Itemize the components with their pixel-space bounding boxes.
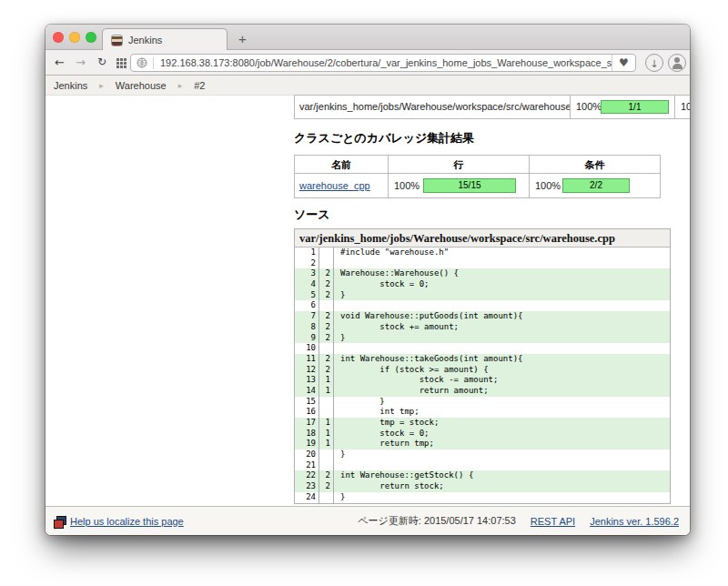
breadcrumb-separator-icon: ▸: [99, 81, 104, 90]
forward-button[interactable]: →: [76, 50, 86, 75]
source-line-number: 6: [295, 300, 319, 311]
source-line-row: 2: [295, 258, 670, 269]
class-table-header: 名前 行 条件: [295, 156, 660, 174]
downloads-button[interactable]: ↓: [645, 54, 663, 72]
address-bar[interactable]: 192.168.38.173:8080/job/Warehouse/2/cobe…: [130, 54, 636, 72]
source-line-hits: [319, 300, 334, 311]
header-name: 名前: [295, 156, 388, 173]
source-line-code: stock += amount;: [334, 322, 459, 333]
source-line-hits: [319, 407, 334, 418]
source-line-number: 12: [295, 365, 319, 376]
file-line-coverage-cell: 100% 1/1: [570, 96, 674, 118]
source-line-row: 21: [295, 460, 670, 471]
breadcrumb: Jenkins ▸ Warehouse ▸ #2: [46, 76, 690, 96]
url-divider: [153, 57, 154, 69]
source-line-number: 24: [295, 492, 319, 503]
source-line-row: 14 1 return amount;: [295, 386, 670, 397]
source-line-hits: 1: [319, 375, 334, 386]
source-line-number: 9: [295, 333, 319, 344]
source-line-hits: 2: [319, 279, 334, 290]
source-line-row: 4 2 stock = 0;: [295, 279, 670, 290]
source-line-hits: [319, 258, 334, 269]
source-line-number: 11: [295, 354, 319, 365]
class-condition-coverage-cell: 100% 2/2: [529, 174, 660, 197]
source-line-hits: 2: [319, 322, 334, 333]
source-line-number: 13: [295, 375, 319, 386]
source-line-hits: [319, 492, 334, 503]
source-line-row: 22 2 int Warehouse::getStock() {: [295, 470, 670, 481]
source-line-code: }: [334, 492, 345, 503]
source-line-row: 3 2 Warehouse::Warehouse() {: [295, 268, 670, 279]
source-line-hits: 2: [319, 311, 334, 322]
breadcrumb-build-2[interactable]: #2: [194, 80, 205, 91]
source-line-code: stock = 0;: [334, 279, 430, 290]
source-line-number: 3: [295, 268, 319, 279]
source-line-hits: 1: [319, 439, 334, 450]
source-line-number: 20: [295, 450, 319, 460]
source-line-code: if (stock >= amount) {: [334, 365, 489, 376]
minimize-window-button[interactable]: [69, 32, 80, 43]
breadcrumb-warehouse[interactable]: Warehouse: [116, 80, 167, 91]
jenkins-favicon-icon: [111, 35, 123, 46]
bookmark-heart-button[interactable]: ♥: [612, 54, 635, 72]
source-line-hits: 2: [319, 470, 334, 481]
header-lines: 行: [388, 156, 529, 173]
file-condition-coverage-cell: 10: [674, 96, 690, 118]
source-line-code: Warehouse::Warehouse() {: [334, 268, 459, 279]
source-line-row: 20 }: [295, 450, 670, 460]
source-line-number: 23: [295, 481, 319, 492]
rest-api-link[interactable]: REST API: [531, 516, 575, 527]
source-line-number: 21: [295, 460, 319, 471]
source-line-code: tmp = stock;: [334, 418, 439, 429]
line-coverage-bar: 1/1: [601, 100, 669, 114]
source-line-number: 1: [295, 248, 319, 258]
source-line-row: 5 2 }: [295, 290, 670, 301]
source-line-row: 12 2 if (stock >= amount) {: [295, 365, 670, 376]
page-updated-text: ページ更新時: 2015/05/17 14:07:53: [358, 514, 516, 528]
source-line-number: 4: [295, 279, 319, 290]
source-line-hits: 2: [319, 365, 334, 376]
browser-window: Jenkins + ← → ↻ 192.168.38.173:8080/job/…: [46, 25, 690, 535]
source-line-number: 7: [295, 311, 319, 322]
source-line-hits: 2: [319, 290, 334, 301]
source-line-code: }: [334, 290, 345, 301]
back-button[interactable]: ←: [55, 50, 65, 75]
source-line-row: 1 #include "warehouse.h": [295, 248, 670, 258]
source-line-code: int Warehouse::getStock() {: [334, 470, 473, 481]
source-line-hits: 2: [319, 354, 334, 365]
jenkins-version-link[interactable]: Jenkins ver. 1.596.2: [590, 516, 679, 527]
source-line-number: 19: [295, 439, 319, 450]
tab-groups-icon[interactable]: [116, 58, 127, 69]
source-line-code: return tmp;: [334, 439, 434, 450]
source-line-row: 6: [295, 300, 670, 311]
class-table-row: warehouse_cpp 100% 15/15 100% 2/2: [295, 174, 660, 197]
tab-bar: Jenkins +: [46, 25, 690, 50]
source-line-code: return amount;: [334, 386, 489, 397]
source-line-hits: 1: [319, 418, 334, 429]
localize-link[interactable]: Help us localize this page: [70, 516, 184, 527]
source-line-code: int Warehouse::takeGoods(int amount){: [334, 354, 522, 365]
close-window-button[interactable]: [53, 32, 64, 43]
new-tab-button[interactable]: +: [238, 28, 247, 50]
source-line-hits: [319, 397, 334, 408]
breadcrumb-jenkins[interactable]: Jenkins: [54, 80, 87, 91]
source-lines: 1 #include "warehouse.h" 2 3 2 Warehouse…: [295, 248, 670, 503]
page-footer: Help us localize this page ページ更新時: 2015/…: [46, 506, 690, 535]
person-icon: [674, 57, 680, 63]
reload-button[interactable]: ↻: [97, 50, 106, 75]
source-line-hits: 1: [319, 429, 334, 440]
browser-toolbar: ← → ↻ 192.168.38.173:8080/job/Warehouse/…: [46, 50, 690, 76]
source-line-code: #include "warehouse.h": [334, 248, 449, 258]
source-file-header: var/jenkins_home/jobs/Warehouse/workspac…: [295, 229, 670, 248]
tab-jenkins[interactable]: Jenkins: [102, 28, 228, 51]
profile-button[interactable]: [668, 54, 686, 72]
source-line-code: void Warehouse::putGoods(int amount){: [334, 311, 522, 322]
source-line-code: [334, 343, 340, 354]
localize-flags-icon: [54, 516, 66, 527]
source-line-number: 14: [295, 386, 319, 397]
source-line-hits: 2: [319, 481, 334, 492]
source-line-number: 2: [295, 258, 319, 269]
zoom-window-button[interactable]: [86, 32, 96, 43]
class-link-warehouse-cpp[interactable]: warehouse_cpp: [295, 174, 370, 197]
file-path-link[interactable]: var/jenkins_home/jobs/Warehouse/workspac…: [295, 96, 570, 118]
